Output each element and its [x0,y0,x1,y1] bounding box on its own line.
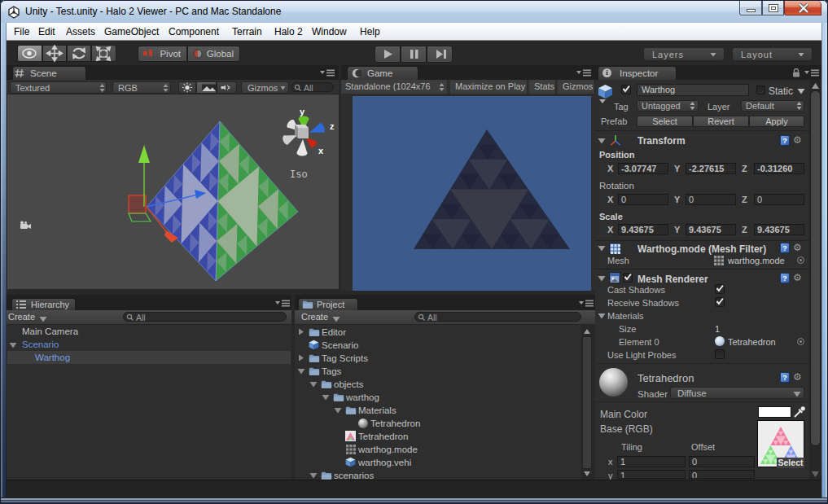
svg-text:x: x [318,146,324,156]
svg-text:z: z [330,121,335,131]
svg-text:y: y [300,107,305,116]
svg-text:Iso: Iso [290,169,308,181]
